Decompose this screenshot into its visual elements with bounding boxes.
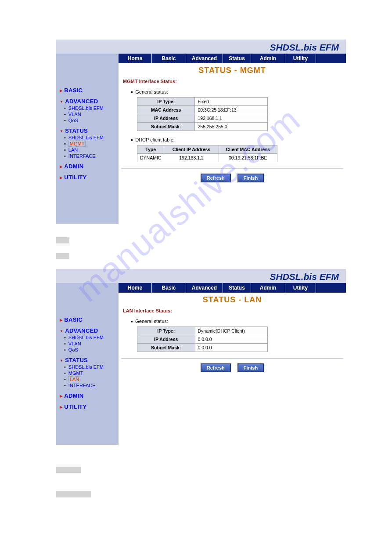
sidebar-subitem-shdsl-efm[interactable]: SHDSL.bis EFM — [64, 335, 116, 340]
top-nav: Home Basic Advanced Status Admin Utility — [119, 283, 346, 293]
brand-text: SHDSL.bis EFM — [270, 42, 339, 52]
general-status-label: General status: — [131, 89, 343, 94]
sidebar: BASIC ADVANCED SHDSL.bis EFM VLAN QoS ST… — [56, 54, 119, 224]
main-content: Home Basic Advanced Status Admin Utility… — [119, 283, 346, 445]
sidebar-item-basic[interactable]: BASIC — [60, 316, 116, 323]
sidebar-subitem-status-interface[interactable]: INTERFACE — [64, 383, 116, 388]
row-ip-value: 0.0.0.0 — [195, 335, 268, 344]
sidebar-subitem-qos[interactable]: QoS — [64, 347, 116, 352]
placeholder-block — [56, 491, 91, 497]
finish-button[interactable]: Finish — [237, 363, 264, 372]
row-ip-type-label: IP Type: — [137, 98, 195, 106]
tab-status[interactable]: Status — [223, 283, 251, 293]
sidebar-subitem-status-lan[interactable]: LAN — [64, 377, 116, 382]
tab-basic[interactable]: Basic — [152, 283, 186, 293]
table-row: DYNAMIC 192.168.1.2 00:19:21:58:1F:BE — [137, 154, 277, 162]
sidebar-subitem-vlan[interactable]: VLAN — [64, 341, 116, 346]
brand-text: SHDSL.bis EFM — [270, 272, 339, 282]
finish-button[interactable]: Finish — [237, 174, 264, 182]
divider — [121, 358, 343, 359]
brand-bar: SHDSL.bis EFM — [56, 269, 346, 283]
top-nav: Home Basic Advanced Status Admin Utility — [119, 54, 346, 63]
tab-home[interactable]: Home — [119, 283, 152, 293]
page-subtitle: LAN Interface Status: — [123, 308, 343, 313]
row-mask-value: 255.255.255.0 — [195, 123, 268, 131]
general-status-label: General status: — [131, 319, 343, 324]
sidebar-item-utility[interactable]: UTILITY — [60, 403, 116, 410]
general-status-table: IP Type:Dynamic(DHCP Client) IP Address0… — [137, 326, 268, 352]
sidebar-subitem-status-mgmt[interactable]: MGMT — [64, 141, 116, 146]
sidebar: BASIC ADVANCED SHDSL.bis EFM VLAN QoS ST… — [56, 283, 119, 445]
sidebar-subitem-status-mgmt[interactable]: MGMT — [64, 370, 116, 376]
placeholder-block — [56, 253, 69, 259]
row-mask-label: Subnet Mask: — [137, 123, 195, 131]
tab-advanced[interactable]: Advanced — [186, 283, 223, 293]
dhcp-client-table: Type Client IP Address Client MAC Addres… — [137, 145, 277, 162]
row-mac-label: MAC Address — [137, 106, 195, 114]
dhcp-row-clientip: 192.168.1.2 — [164, 154, 219, 162]
page-title: STATUS - LAN — [121, 295, 343, 305]
dhcp-row-type: DYNAMIC — [137, 154, 164, 162]
dhcp-row-clientmac: 00:19:21:58:1F:BE — [219, 154, 277, 162]
dhcp-client-table-label: DHCP client table: — [131, 137, 343, 142]
sidebar-item-utility[interactable]: UTILITY — [60, 174, 116, 181]
sidebar-subitem-vlan[interactable]: VLAN — [64, 112, 116, 117]
tab-advanced[interactable]: Advanced — [186, 54, 223, 63]
sidebar-item-admin[interactable]: ADMIN — [60, 163, 116, 170]
sidebar-item-status[interactable]: STATUS — [60, 127, 116, 134]
row-mac-value: 00:3C:25:18:EF:13 — [195, 106, 268, 114]
sidebar-subitem-status-shdsl[interactable]: SHDSL.bis EFM — [64, 135, 116, 140]
row-ip-label: IP Address — [137, 114, 195, 123]
dhcp-col-clientip: Client IP Address — [164, 145, 219, 154]
brand-bar: SHDSL.bis EFM — [56, 40, 346, 54]
sidebar-subitem-qos[interactable]: QoS — [64, 118, 116, 123]
sidebar-subitem-status-shdsl[interactable]: SHDSL.bis EFM — [64, 364, 116, 370]
row-ip-type-label: IP Type: — [137, 327, 195, 335]
tab-basic[interactable]: Basic — [152, 54, 186, 63]
sidebar-item-advanced[interactable]: ADVANCED — [60, 327, 116, 334]
refresh-button[interactable]: Refresh — [201, 174, 231, 182]
divider — [121, 168, 343, 169]
sidebar-item-basic[interactable]: BASIC — [60, 87, 116, 94]
dhcp-col-clientmac: Client MAC Address — [219, 145, 277, 154]
placeholder-block — [56, 467, 81, 473]
row-mask-value: 0.0.0.0 — [195, 344, 268, 352]
tab-admin[interactable]: Admin — [251, 283, 285, 293]
row-mask-label: Subnet Mask: — [137, 344, 195, 352]
dhcp-col-type: Type — [137, 145, 164, 154]
sidebar-item-advanced[interactable]: ADVANCED — [60, 98, 116, 105]
general-status-table: IP Type:Fixed MAC Address00:3C:25:18:EF:… — [137, 97, 268, 131]
sidebar-item-admin[interactable]: ADMIN — [60, 392, 116, 399]
row-ip-type-value: Dynamic(DHCP Client) — [195, 327, 268, 335]
main-content: Home Basic Advanced Status Admin Utility… — [119, 54, 346, 224]
sidebar-subitem-status-interface[interactable]: INTERFACE — [64, 153, 116, 159]
screenshot-mgmt: SHDSL.bis EFM BASIC ADVANCED SHDSL.bis E… — [56, 40, 346, 224]
sidebar-subitem-shdsl-efm[interactable]: SHDSL.bis EFM — [64, 105, 116, 111]
page-title: STATUS - MGMT — [121, 66, 343, 75]
sidebar-item-status[interactable]: STATUS — [60, 357, 116, 363]
tab-home[interactable]: Home — [119, 54, 152, 63]
tab-admin[interactable]: Admin — [251, 54, 285, 63]
tab-utility[interactable]: Utility — [285, 283, 316, 293]
row-ip-label: IP Address — [137, 335, 195, 344]
row-ip-type-value: Fixed — [195, 98, 268, 106]
placeholder-block — [56, 237, 69, 243]
tab-utility[interactable]: Utility — [285, 54, 316, 63]
tab-status[interactable]: Status — [223, 54, 251, 63]
screenshot-lan: SHDSL.bis EFM BASIC ADVANCED SHDSL.bis E… — [56, 269, 346, 445]
row-ip-value: 192.168.1.1 — [195, 114, 268, 123]
refresh-button[interactable]: Refresh — [201, 363, 231, 372]
sidebar-subitem-status-lan[interactable]: LAN — [64, 147, 116, 152]
page-subtitle: MGMT Interface Status: — [123, 79, 343, 84]
